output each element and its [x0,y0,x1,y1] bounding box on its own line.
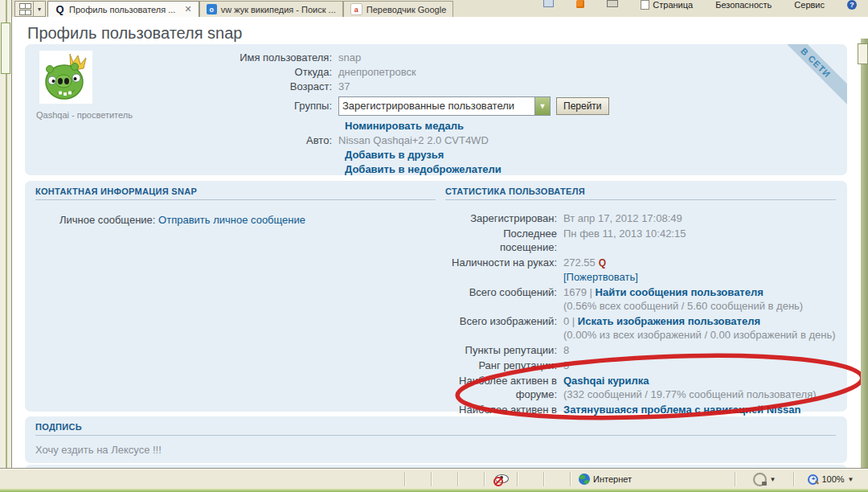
field-label: Возраст: [25,80,338,94]
tools-menu-label: Сервис [794,0,825,10]
donate-link[interactable]: [Пожертвовать] [563,271,638,283]
blocked-content-icon [493,474,508,485]
help-button[interactable]: ? [847,0,857,10]
quick-tabs-button[interactable] [14,1,34,17]
pm-row: Личное сообщение: Отправить личное сообщ… [59,213,436,227]
stat-label: Последнее посещение: [445,227,563,254]
tab-title: vw жук википедия - Поиск ... [221,5,336,14]
groups-row: Группы: Зарегистрированные пользователи … [25,96,775,116]
tab-translate[interactable]: а Переводчик Google [343,1,454,17]
stat-value: Вт апр 17, 2012 17:08:49 [563,211,836,225]
stat-note: (332 сообщений / 19.77% сообщений пользо… [563,387,836,401]
background-window-edge [0,0,12,492]
stats-rows: Зарегистрирован: Вт апр 17, 2012 17:08:4… [445,211,836,444]
cash-amount: 272.55 [563,256,596,269]
chevron-down-icon: ▼ [848,476,854,483]
signature-text: Хочу ездить на Лексусе !!! [35,444,162,456]
page-content: Профиль пользователя snap В СЕТИ [12,17,868,468]
zoom-level: 100% [821,474,844,484]
tab-title: Профиль пользователя ... [69,5,175,14]
tools-menu[interactable]: Сервис [794,0,825,10]
find-posts-link[interactable]: Найти сообщения пользователя [596,286,764,298]
section-divider [35,435,836,436]
auto-label: Авто: [25,133,338,148]
stat-label: Зарегистрирован: [445,211,563,225]
stat-label: Наиболее активен в форуме: [445,374,563,401]
select-dropdown-icon[interactable]: ▼ [534,97,550,115]
section-divider [445,199,836,200]
posts-count: 1679 | [563,286,592,298]
stat-note: (0.00% из всех изображений / 0.00 изобра… [563,328,836,342]
zone-label: Интернет [593,474,632,484]
auto-row: Авто: Nissan Qashqai+2 2.0 CVT4WD [25,133,775,148]
stat-value: 8 [563,343,836,357]
stat-row-reputation-points: Пункты репутации: 8 [445,343,836,357]
status-bar: Интернет ▼ + 100% ▼ [0,468,868,490]
stat-value: 1679 | Найти сообщения пользователя (0.5… [563,285,836,313]
stat-label: Пункты репутации: [445,343,563,357]
send-pm-link[interactable]: Отправить личное сообщение [158,214,305,226]
stat-row-registered: Зарегистрирован: Вт апр 17, 2012 17:08:4… [445,211,836,225]
images-count: 0 | [563,315,575,327]
status-cell [431,472,457,486]
stats-header: СТАТИСТИКА ПОЛЬЗОВАТЕЛЯ [445,187,836,196]
pm-label: Личное сообщение: [59,214,155,226]
home-button[interactable] [543,0,554,7]
quick-tabs-icon [19,3,30,15]
stat-label: Всего изображений: [445,314,563,342]
currency-icon: Q [599,257,606,269]
profile-fields: Имя пользователя: snap Откуда: днепропет… [25,51,775,175]
background-window-fragment [1,23,10,74]
active-forum-link[interactable]: Qashqai курилка [563,375,649,387]
command-bar: Страница Безопасность Сервис ? [543,0,868,17]
field-label: Имя пользователя: [25,51,338,65]
add-friend-link[interactable]: Добавить в друзья [345,148,444,162]
section-divider [35,199,436,200]
stat-row-cash: Наличности на руках: 272.55Q [Пожертвова… [445,256,836,284]
tab-list-dropdown[interactable]: ▾ [34,1,46,17]
chevron-down-icon: ▼ [770,476,776,483]
tab-profile[interactable]: Q Профиль пользователя ... ✕ [47,1,199,17]
status-cell [457,472,484,486]
home-icon [543,0,554,7]
contact-section: КОНТАКТНАЯ ИНФОРМАЦИЯ SNAP Личное сообще… [35,187,436,227]
status-cell [517,472,543,486]
taskbar-edge [0,489,868,492]
safety-menu[interactable]: Безопасность [715,0,772,10]
field-row: Возраст: 37 [25,80,775,94]
zoom-icon: + [808,474,818,485]
close-tab-icon[interactable]: ✕ [184,4,191,14]
protected-mode-cell[interactable]: ▼ [735,472,793,486]
stat-row-last-visit: Последнее посещение: Пн фев 11, 2013 10:… [445,227,836,254]
stat-value: Пн фев 11, 2013 10:42:15 [563,227,836,254]
stat-value: 5 [563,359,836,372]
print-button[interactable] [607,0,618,7]
field-value: 37 [338,80,350,94]
stat-label: Всего сообщений: [445,285,563,313]
zoom-control[interactable]: + 100% ▼ [793,472,868,486]
auto-value: Nissan Qashqai+2 2.0 CVT4WD [338,133,489,148]
find-images-link[interactable]: Искать изображения пользователя [578,315,760,327]
tab-search[interactable]: o vw жук википедия - Поиск ... [199,1,343,17]
stat-value: Qashqai курилка (332 сообщений / 19.77% … [563,374,836,401]
contact-header: КОНТАКТНАЯ ИНФОРМАЦИЯ SNAP [35,187,436,196]
page-menu[interactable]: Страница [641,0,693,10]
help-icon: ? [847,0,857,10]
stat-value: 0 | Искать изображения пользователя (0.0… [563,314,836,342]
browser-tab-bar: ▾ Q Профиль пользователя ... ✕ o vw жук … [12,0,868,18]
groups-select[interactable]: Зарегистрированные пользователи ▼ [338,96,551,116]
nominate-medal-link[interactable]: Номинировать медаль [345,119,464,133]
go-button[interactable]: Перейти [556,97,609,115]
online-badge: В СЕТИ [763,44,847,116]
field-value: snap [338,51,361,65]
stat-label: Наличности на руках: [445,256,563,284]
groups-label: Группы: [25,99,338,113]
printer-icon [607,0,618,7]
field-row: Имя пользователя: snap [25,51,775,65]
protected-mode-icon [753,473,767,486]
feeds-button[interactable] [576,0,584,8]
privacy-report-cell[interactable] [484,472,517,486]
add-foe-link[interactable]: Добавить в недоброжелатели [345,162,502,175]
security-zone-indicator[interactable]: Интернет [570,472,735,486]
status-cell [404,472,431,486]
